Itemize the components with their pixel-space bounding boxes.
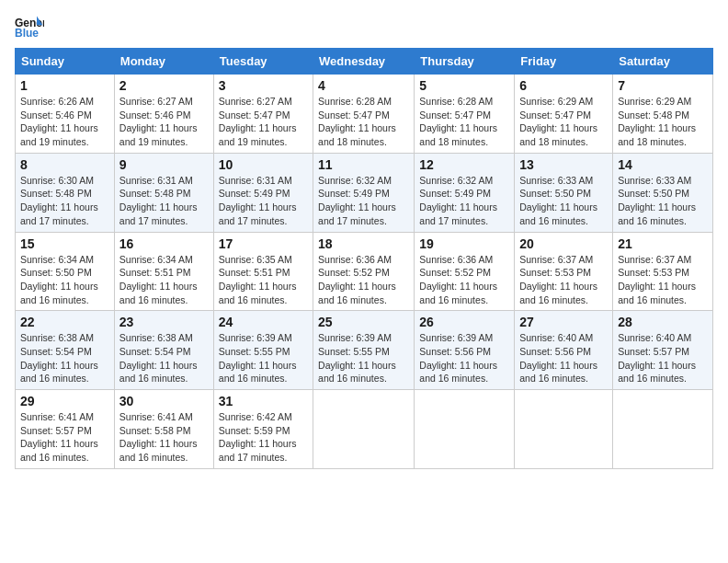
- day-number: 25: [318, 315, 409, 329]
- calendar-cell: 13 Sunrise: 6:33 AMSunset: 5:50 PMDaylig…: [515, 153, 613, 232]
- day-info: Sunrise: 6:31 AMSunset: 5:48 PMDaylight:…: [119, 175, 198, 226]
- calendar-cell: 26 Sunrise: 6:39 AMSunset: 5:56 PMDaylig…: [415, 311, 515, 390]
- day-number: 9: [119, 157, 209, 172]
- day-info: Sunrise: 6:28 AMSunset: 5:47 PMDaylight:…: [318, 96, 396, 147]
- day-number: 4: [318, 78, 409, 93]
- calendar-cell: 14 Sunrise: 6:33 AMSunset: 5:50 PMDaylig…: [613, 153, 713, 232]
- calendar-cell: [313, 390, 415, 469]
- logo-icon: General Blue: [15, 15, 44, 40]
- day-number: 2: [119, 78, 209, 93]
- day-number: 16: [119, 236, 209, 251]
- day-number: 19: [419, 236, 509, 251]
- calendar-cell: 17 Sunrise: 6:35 AMSunset: 5:51 PMDaylig…: [213, 232, 313, 311]
- day-info: Sunrise: 6:33 AMSunset: 5:50 PMDaylight:…: [618, 175, 696, 226]
- calendar-cell: 1 Sunrise: 6:26 AMSunset: 5:46 PMDayligh…: [16, 75, 115, 154]
- calendar-cell: 9 Sunrise: 6:31 AMSunset: 5:48 PMDayligh…: [114, 153, 213, 232]
- calendar-cell: 8 Sunrise: 6:30 AMSunset: 5:48 PMDayligh…: [16, 153, 115, 232]
- day-number: 20: [519, 236, 608, 251]
- day-info: Sunrise: 6:35 AMSunset: 5:51 PMDaylight:…: [219, 254, 297, 305]
- header-sunday: Sunday: [16, 49, 115, 75]
- day-info: Sunrise: 6:31 AMSunset: 5:49 PMDaylight:…: [219, 175, 297, 226]
- header-saturday: Saturday: [613, 49, 713, 75]
- calendar-cell: 10 Sunrise: 6:31 AMSunset: 5:49 PMDaylig…: [213, 153, 313, 232]
- calendar-cell: 30 Sunrise: 6:41 AMSunset: 5:58 PMDaylig…: [114, 390, 213, 469]
- day-info: Sunrise: 6:32 AMSunset: 5:49 PMDaylight:…: [419, 175, 497, 226]
- calendar-cell: [613, 390, 713, 469]
- header-tuesday: Tuesday: [213, 49, 313, 75]
- day-number: 6: [519, 78, 608, 93]
- day-info: Sunrise: 6:39 AMSunset: 5:55 PMDaylight:…: [318, 332, 396, 384]
- calendar-cell: 5 Sunrise: 6:28 AMSunset: 5:47 PMDayligh…: [415, 75, 515, 154]
- day-info: Sunrise: 6:33 AMSunset: 5:50 PMDaylight:…: [519, 175, 597, 226]
- header-friday: Friday: [515, 49, 613, 75]
- calendar-cell: 29 Sunrise: 6:41 AMSunset: 5:57 PMDaylig…: [16, 390, 115, 469]
- calendar-cell: 2 Sunrise: 6:27 AMSunset: 5:46 PMDayligh…: [114, 75, 213, 154]
- day-info: Sunrise: 6:36 AMSunset: 5:52 PMDaylight:…: [419, 254, 497, 305]
- day-number: 27: [519, 315, 608, 329]
- day-info: Sunrise: 6:41 AMSunset: 5:57 PMDaylight:…: [20, 411, 98, 463]
- day-info: Sunrise: 6:38 AMSunset: 5:54 PMDaylight:…: [20, 332, 98, 384]
- day-info: Sunrise: 6:38 AMSunset: 5:54 PMDaylight:…: [119, 332, 198, 384]
- calendar-cell: 12 Sunrise: 6:32 AMSunset: 5:49 PMDaylig…: [415, 153, 515, 232]
- calendar-cell: 28 Sunrise: 6:40 AMSunset: 5:57 PMDaylig…: [613, 311, 713, 390]
- calendar-cell: 19 Sunrise: 6:36 AMSunset: 5:52 PMDaylig…: [415, 232, 515, 311]
- day-number: 11: [318, 157, 409, 172]
- calendar-cell: 31 Sunrise: 6:42 AMSunset: 5:59 PMDaylig…: [213, 390, 313, 469]
- calendar-header-row: SundayMondayTuesdayWednesdayThursdayFrid…: [16, 49, 713, 75]
- day-number: 30: [119, 394, 209, 408]
- calendar-cell: 24 Sunrise: 6:39 AMSunset: 5:55 PMDaylig…: [213, 311, 313, 390]
- day-info: Sunrise: 6:34 AMSunset: 5:51 PMDaylight:…: [119, 254, 198, 305]
- day-number: 7: [618, 78, 708, 93]
- day-number: 22: [20, 315, 109, 329]
- day-number: 5: [419, 78, 509, 93]
- day-number: 1: [20, 78, 109, 93]
- day-info: Sunrise: 6:32 AMSunset: 5:49 PMDaylight:…: [318, 175, 396, 226]
- calendar-cell: 6 Sunrise: 6:29 AMSunset: 5:47 PMDayligh…: [515, 75, 613, 154]
- day-info: Sunrise: 6:37 AMSunset: 5:53 PMDaylight:…: [519, 254, 597, 305]
- calendar-week-3: 15 Sunrise: 6:34 AMSunset: 5:50 PMDaylig…: [16, 232, 713, 311]
- calendar-cell: 20 Sunrise: 6:37 AMSunset: 5:53 PMDaylig…: [515, 232, 613, 311]
- day-number: 13: [519, 157, 608, 172]
- calendar-cell: [415, 390, 515, 469]
- day-number: 18: [318, 236, 409, 251]
- calendar-cell: [515, 390, 613, 469]
- calendar-cell: 21 Sunrise: 6:37 AMSunset: 5:53 PMDaylig…: [613, 232, 713, 311]
- day-info: Sunrise: 6:26 AMSunset: 5:46 PMDaylight:…: [20, 96, 98, 147]
- svg-text:Blue: Blue: [15, 27, 39, 40]
- day-info: Sunrise: 6:42 AMSunset: 5:59 PMDaylight:…: [219, 411, 297, 463]
- header-thursday: Thursday: [415, 49, 515, 75]
- day-number: 15: [20, 236, 109, 251]
- calendar-week-4: 22 Sunrise: 6:38 AMSunset: 5:54 PMDaylig…: [16, 311, 713, 390]
- day-info: Sunrise: 6:30 AMSunset: 5:48 PMDaylight:…: [20, 175, 98, 226]
- day-number: 14: [618, 157, 708, 172]
- calendar-week-2: 8 Sunrise: 6:30 AMSunset: 5:48 PMDayligh…: [16, 153, 713, 232]
- day-info: Sunrise: 6:29 AMSunset: 5:48 PMDaylight:…: [618, 96, 696, 147]
- day-number: 31: [219, 394, 308, 408]
- calendar-table: SundayMondayTuesdayWednesdayThursdayFrid…: [15, 48, 713, 469]
- day-info: Sunrise: 6:36 AMSunset: 5:52 PMDaylight:…: [318, 254, 396, 305]
- day-info: Sunrise: 6:27 AMSunset: 5:46 PMDaylight:…: [119, 96, 198, 147]
- calendar-week-1: 1 Sunrise: 6:26 AMSunset: 5:46 PMDayligh…: [16, 75, 713, 154]
- header-wednesday: Wednesday: [313, 49, 415, 75]
- page-header: General Blue: [15, 15, 713, 40]
- calendar-week-5: 29 Sunrise: 6:41 AMSunset: 5:57 PMDaylig…: [16, 390, 713, 469]
- day-info: Sunrise: 6:34 AMSunset: 5:50 PMDaylight:…: [20, 254, 98, 305]
- day-info: Sunrise: 6:27 AMSunset: 5:47 PMDaylight:…: [219, 96, 297, 147]
- day-info: Sunrise: 6:41 AMSunset: 5:58 PMDaylight:…: [119, 411, 198, 463]
- logo: General Blue: [15, 15, 50, 40]
- calendar-cell: 11 Sunrise: 6:32 AMSunset: 5:49 PMDaylig…: [313, 153, 415, 232]
- calendar-cell: 27 Sunrise: 6:40 AMSunset: 5:56 PMDaylig…: [515, 311, 613, 390]
- day-number: 24: [219, 315, 308, 329]
- calendar-cell: 15 Sunrise: 6:34 AMSunset: 5:50 PMDaylig…: [16, 232, 115, 311]
- day-info: Sunrise: 6:40 AMSunset: 5:57 PMDaylight:…: [618, 332, 696, 384]
- day-info: Sunrise: 6:39 AMSunset: 5:56 PMDaylight:…: [419, 332, 497, 384]
- calendar-cell: 7 Sunrise: 6:29 AMSunset: 5:48 PMDayligh…: [613, 75, 713, 154]
- day-number: 10: [219, 157, 308, 172]
- day-number: 12: [419, 157, 509, 172]
- calendar-cell: 4 Sunrise: 6:28 AMSunset: 5:47 PMDayligh…: [313, 75, 415, 154]
- day-number: 28: [618, 315, 708, 329]
- day-number: 21: [618, 236, 708, 251]
- day-number: 8: [20, 157, 109, 172]
- day-number: 3: [219, 78, 308, 93]
- calendar-cell: 23 Sunrise: 6:38 AMSunset: 5:54 PMDaylig…: [114, 311, 213, 390]
